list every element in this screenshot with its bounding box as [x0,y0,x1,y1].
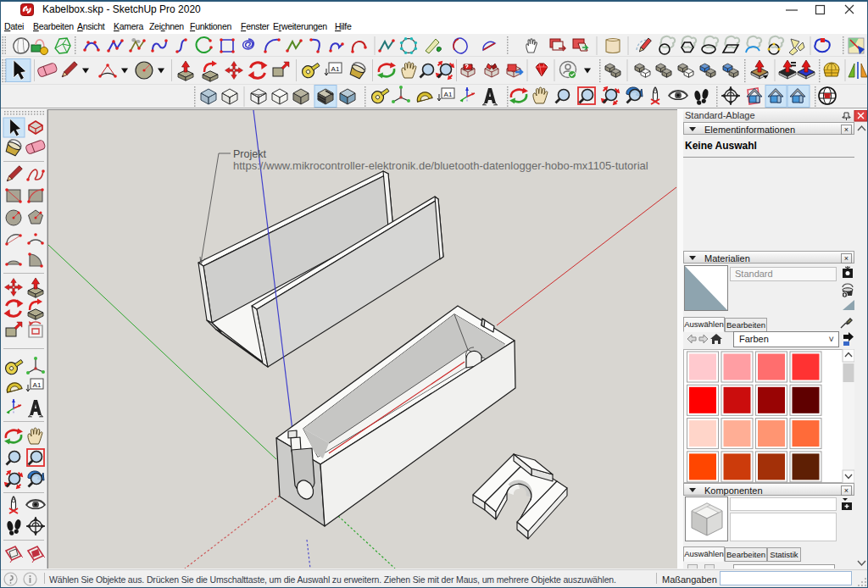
svg-text:Projekt: Projekt [233,148,266,160]
svg-text:A1: A1 [331,65,340,73]
svg-text:https://www.mikrocontroller-el: https://www.mikrocontroller-elektronik.d… [233,159,648,172]
svg-text:A1: A1 [33,381,42,389]
svg-text:A1: A1 [444,91,453,98]
